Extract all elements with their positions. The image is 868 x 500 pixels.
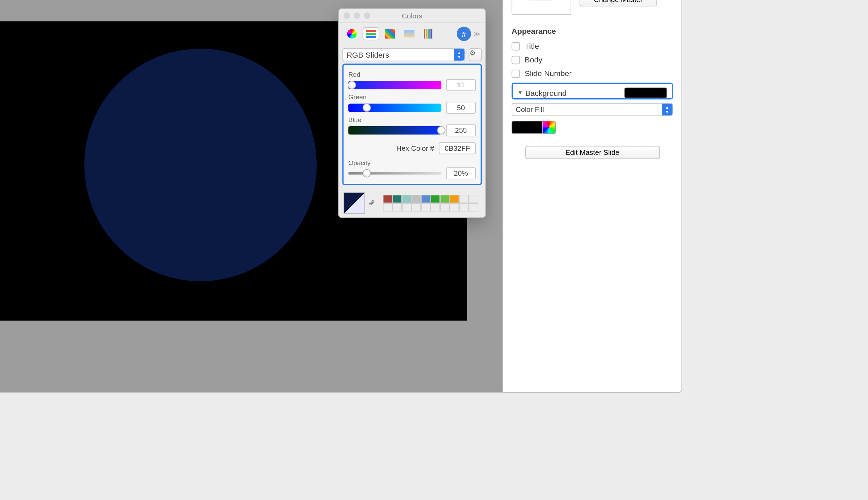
color-mode-tabs: # ≫ bbox=[339, 23, 485, 45]
color-model-value: RGB Sliders bbox=[346, 50, 389, 59]
change-master-button[interactable]: Change Master bbox=[580, 0, 657, 7]
change-master-label: Change Master bbox=[594, 0, 643, 4]
slider-knob[interactable] bbox=[363, 169, 371, 177]
slider-knob[interactable] bbox=[363, 104, 371, 112]
eyedropper-icon: ✐ bbox=[369, 198, 376, 207]
select-arrows-icon: ▲▼ bbox=[454, 49, 464, 61]
body-checkbox-label: Body bbox=[525, 55, 542, 64]
fill-type-select[interactable]: Color Fill ▲▼ bbox=[512, 103, 673, 116]
more-icon[interactable]: ≫ bbox=[474, 30, 481, 38]
sliders-icon bbox=[366, 30, 376, 38]
blue-label: Blue bbox=[348, 116, 476, 123]
opacity-label: Opacity bbox=[348, 159, 476, 166]
color-sliders-tab[interactable] bbox=[363, 27, 380, 40]
slider-knob[interactable] bbox=[348, 81, 356, 89]
slide-number-checkbox-row[interactable]: Slide Number bbox=[512, 69, 673, 78]
blue-slider[interactable] bbox=[348, 126, 441, 134]
color-settings-button[interactable]: ⚙ bbox=[469, 48, 482, 61]
checkbox-icon[interactable] bbox=[512, 56, 520, 64]
slide-canvas-area[interactable]: Colors # ≫ RGB Sliders ▲▼ bbox=[0, 0, 502, 392]
background-section: ▼Background bbox=[512, 82, 673, 99]
green-slider[interactable] bbox=[348, 104, 441, 112]
red-label: Red bbox=[348, 71, 476, 78]
rgb-sliders-section: Red 11 Green 50 Blue bbox=[342, 64, 482, 185]
wheel-icon bbox=[347, 29, 357, 38]
green-label: Green bbox=[348, 93, 476, 101]
checkbox-icon[interactable] bbox=[512, 42, 520, 50]
hex-value-input[interactable]: 0B32FF bbox=[439, 142, 476, 154]
colors-panel-title: Colors bbox=[402, 12, 423, 20]
edit-master-label: Edit Master Slide bbox=[565, 148, 620, 157]
color-swatch-bar: ✐ bbox=[339, 189, 485, 218]
background-color-swatch[interactable] bbox=[624, 87, 667, 98]
eyedropper-button[interactable]: ✐ bbox=[369, 198, 379, 208]
colors-panel-titlebar[interactable]: Colors bbox=[339, 9, 485, 23]
fill-type-value: Color Fill bbox=[516, 105, 544, 114]
palette-icon bbox=[385, 29, 395, 38]
pencils-icon bbox=[424, 29, 432, 38]
saved-swatches[interactable] bbox=[383, 195, 478, 212]
body-checkbox-row[interactable]: Body bbox=[512, 55, 673, 64]
panel-minimize-icon[interactable] bbox=[354, 12, 360, 19]
title-checkbox-row[interactable]: Title bbox=[512, 42, 673, 50]
image-icon bbox=[404, 30, 414, 37]
gear-icon: ⚙ bbox=[470, 49, 476, 57]
checkbox-icon[interactable] bbox=[512, 69, 520, 77]
disclosure-triangle-icon[interactable]: ▼ bbox=[518, 90, 523, 95]
color-image-tab[interactable] bbox=[401, 27, 417, 40]
color-model-select[interactable]: RGB Sliders ▲▼ bbox=[342, 48, 465, 61]
opacity-value-input[interactable]: 20% bbox=[446, 168, 476, 179]
current-color-swatch[interactable] bbox=[344, 192, 365, 214]
circle-shape[interactable] bbox=[84, 49, 317, 281]
colors-panel[interactable]: Colors # ≫ RGB Sliders ▲▼ bbox=[338, 8, 486, 218]
opacity-slider[interactable] bbox=[348, 172, 441, 175]
background-heading: Background bbox=[525, 88, 567, 97]
title-checkbox-label: Title bbox=[525, 42, 539, 50]
app-window: PPT-2 案例.key — Edited ⌄ ▭▾ View 41%▾ Zoo… bbox=[0, 0, 682, 393]
blue-value-input[interactable]: 255 bbox=[446, 125, 476, 136]
format-inspector: Slide Layout Lorem Ipsum Dolor Title & S… bbox=[502, 0, 681, 392]
fill-color-swatch[interactable] bbox=[512, 121, 543, 134]
red-slider[interactable] bbox=[348, 81, 441, 89]
hex-label: Hex Color # bbox=[396, 144, 434, 152]
color-wheel-tab[interactable] bbox=[344, 27, 360, 40]
master-thumbnail[interactable]: Lorem Ipsum Dolor bbox=[512, 0, 571, 15]
color-wheel-button[interactable] bbox=[543, 121, 556, 134]
appearance-heading: Appearance bbox=[512, 26, 673, 35]
select-arrows-icon: ▲▼ bbox=[662, 104, 672, 116]
panel-zoom-icon[interactable] bbox=[364, 12, 370, 19]
green-value-input[interactable]: 50 bbox=[446, 102, 476, 114]
panel-close-icon[interactable] bbox=[344, 12, 350, 19]
main-area: 1 2 3 4 5 6 7 9 8 bbox=[0, 0, 682, 392]
edit-master-slide-button[interactable]: Edit Master Slide bbox=[525, 146, 660, 159]
red-value-input[interactable]: 11 bbox=[446, 79, 476, 91]
color-palettes-tab[interactable] bbox=[382, 27, 398, 40]
color-pencils-tab[interactable] bbox=[420, 27, 436, 40]
slider-knob[interactable] bbox=[437, 126, 445, 134]
slide-number-checkbox-label: Slide Number bbox=[525, 69, 572, 78]
hex-color-tab[interactable]: # bbox=[457, 26, 471, 41]
